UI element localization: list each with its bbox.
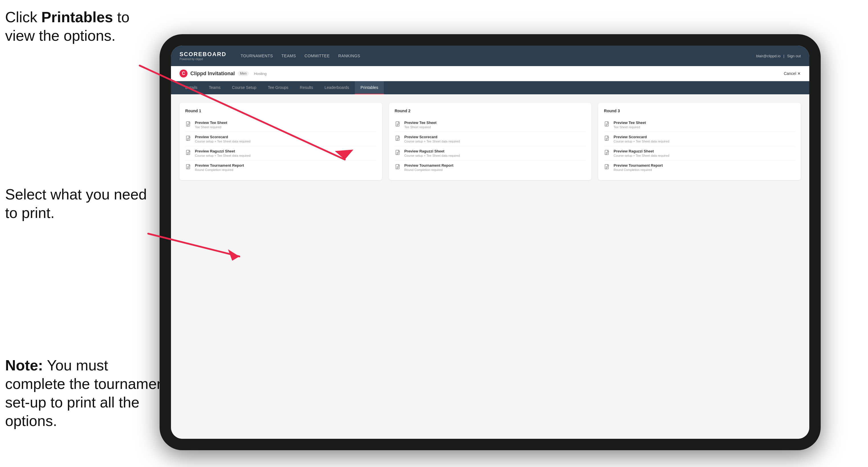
print-item-subtitle-1-2: Course setup + Tee Sheet data required — [195, 139, 250, 143]
print-item-1-1[interactable]: Preview Tee SheetTee Sheet required — [185, 118, 376, 132]
print-item-title-1-2: Preview Scorecard — [195, 135, 250, 139]
print-item-title-1-4: Preview Tournament Report — [195, 163, 244, 167]
document-icon — [604, 150, 611, 156]
print-item-title-2-3: Preview Raguzzi Sheet — [404, 149, 460, 153]
cancel-button[interactable]: Cancel ✕ — [784, 71, 801, 76]
nav-signout[interactable]: Sign out — [787, 54, 801, 58]
round-title-2: Round 2 — [395, 108, 586, 113]
print-item-subtitle-2-3: Course setup + Tee Sheet data required — [404, 154, 460, 157]
instruction-bottom: Note: You must complete the tournament s… — [5, 356, 170, 430]
print-item-content-1-2: Preview ScorecardCourse setup + Tee Shee… — [195, 135, 250, 143]
print-item-subtitle-3-2: Course setup + Tee Sheet data required — [614, 139, 669, 143]
print-item-2-4[interactable]: Preview Tournament ReportRound Completio… — [395, 160, 586, 175]
print-item-content-2-4: Preview Tournament ReportRound Completio… — [404, 163, 454, 172]
print-item-title-2-4: Preview Tournament Report — [404, 163, 454, 167]
brand-powered: Powered by clippd — [180, 58, 226, 61]
print-item-title-1-1: Preview Tee Sheet — [195, 121, 227, 125]
print-item-content-3-3: Preview Raguzzi SheetCourse setup + Tee … — [614, 149, 669, 157]
app-nav-links: TOURNAMENTS TEAMS COMMITTEE RANKINGS — [241, 52, 756, 60]
print-item-1-3[interactable]: Preview Raguzzi SheetCourse setup + Tee … — [185, 146, 376, 160]
tablet-screen: SCOREBOARD Powered by clippd TOURNAMENTS… — [171, 45, 809, 439]
print-item-3-4[interactable]: Preview Tournament ReportRound Completio… — [604, 160, 795, 175]
document-icon — [395, 135, 402, 142]
document-icon — [395, 121, 402, 128]
round-column-1: Round 1 Preview Tee SheetTee Sheet requi… — [180, 103, 382, 180]
document-icon — [395, 164, 402, 171]
print-item-title-1-3: Preview Raguzzi Sheet — [195, 149, 250, 153]
tournament-status: Hosting — [254, 71, 267, 76]
tournament-header: C Clippd Invitational Men Hosting Cancel… — [171, 66, 809, 81]
cancel-label: Cancel — [784, 71, 796, 76]
app-nav: SCOREBOARD Powered by clippd TOURNAMENTS… — [171, 45, 809, 66]
app-nav-brand: SCOREBOARD Powered by clippd — [180, 51, 226, 61]
tab-tee-groups[interactable]: Tee Groups — [262, 81, 294, 94]
print-item-title-3-2: Preview Scorecard — [614, 135, 669, 139]
print-item-title-2-1: Preview Tee Sheet — [404, 121, 437, 125]
print-item-subtitle-3-3: Course setup + Tee Sheet data required — [614, 154, 669, 157]
document-icon — [604, 164, 611, 171]
nav-rankings[interactable]: RANKINGS — [338, 52, 360, 60]
tab-printables[interactable]: Printables — [355, 81, 384, 94]
app-nav-right: blair@clippd.io | Sign out — [756, 54, 801, 58]
tournament-title: C Clippd Invitational Men Hosting — [180, 69, 267, 77]
print-item-3-3[interactable]: Preview Raguzzi SheetCourse setup + Tee … — [604, 146, 795, 160]
instruction-top: Click Printables to view the options. — [5, 8, 153, 45]
print-item-3-1[interactable]: Preview Tee SheetTee Sheet required — [604, 118, 795, 132]
printables-bold: Printables — [41, 9, 113, 25]
print-item-title-2-2: Preview Scorecard — [404, 135, 460, 139]
print-item-content-2-1: Preview Tee SheetTee Sheet required — [404, 121, 437, 129]
tablet-frame: SCOREBOARD Powered by clippd TOURNAMENTS… — [160, 34, 821, 450]
print-item-subtitle-2-1: Tee Sheet required — [404, 125, 437, 129]
document-icon — [604, 121, 611, 128]
document-icon — [604, 135, 611, 142]
content-area: Round 1 Preview Tee SheetTee Sheet requi… — [171, 94, 809, 439]
nav-separator: | — [783, 54, 784, 58]
print-item-subtitle-3-1: Tee Sheet required — [614, 125, 646, 129]
rounds-grid: Round 1 Preview Tee SheetTee Sheet requi… — [180, 103, 801, 180]
print-item-content-1-1: Preview Tee SheetTee Sheet required — [195, 121, 227, 129]
print-item-subtitle-2-4: Round Completion required — [404, 168, 454, 172]
round-title-1: Round 1 — [185, 108, 376, 113]
print-item-subtitle-1-1: Tee Sheet required — [195, 125, 227, 129]
tournament-name: Clippd Invitational — [190, 71, 235, 76]
tournament-bracket: Men — [238, 71, 249, 76]
print-item-content-1-3: Preview Raguzzi SheetCourse setup + Tee … — [195, 149, 250, 157]
round-title-3: Round 3 — [604, 108, 795, 113]
print-item-title-3-1: Preview Tee Sheet — [614, 121, 646, 125]
print-item-content-1-4: Preview Tournament ReportRound Completio… — [195, 163, 244, 172]
cancel-x-icon: ✕ — [797, 71, 801, 76]
print-item-subtitle-1-3: Course setup + Tee Sheet data required — [195, 154, 250, 157]
print-item-2-3[interactable]: Preview Raguzzi SheetCourse setup + Tee … — [395, 146, 586, 160]
tab-details[interactable]: Details — [180, 81, 203, 94]
print-item-subtitle-2-2: Course setup + Tee Sheet data required — [404, 139, 460, 143]
document-icon — [185, 150, 192, 156]
round-column-3: Round 3 Preview Tee SheetTee Sheet requi… — [598, 103, 801, 180]
print-item-2-1[interactable]: Preview Tee SheetTee Sheet required — [395, 118, 586, 132]
sub-tabs: Details Teams Course Setup Tee Groups Re… — [171, 81, 809, 94]
document-icon — [185, 121, 192, 128]
tab-course-setup[interactable]: Course Setup — [226, 81, 262, 94]
print-item-2-2[interactable]: Preview ScorecardCourse setup + Tee Shee… — [395, 132, 586, 146]
print-item-content-2-2: Preview ScorecardCourse setup + Tee Shee… — [404, 135, 460, 143]
print-item-content-2-3: Preview Raguzzi SheetCourse setup + Tee … — [404, 149, 460, 157]
print-item-subtitle-1-4: Round Completion required — [195, 168, 244, 172]
nav-committee[interactable]: COMMITTEE — [305, 52, 330, 60]
nav-user-email: blair@clippd.io — [756, 54, 780, 58]
note-bold: Note: — [5, 357, 43, 374]
tournament-logo: C — [180, 69, 187, 77]
tab-results[interactable]: Results — [294, 81, 319, 94]
document-icon — [185, 135, 192, 142]
print-item-content-3-1: Preview Tee SheetTee Sheet required — [614, 121, 646, 129]
print-item-1-4[interactable]: Preview Tournament ReportRound Completio… — [185, 160, 376, 175]
print-item-title-3-4: Preview Tournament Report — [614, 163, 662, 167]
print-item-3-2[interactable]: Preview ScorecardCourse setup + Tee Shee… — [604, 132, 795, 146]
tab-teams[interactable]: Teams — [203, 81, 226, 94]
nav-teams[interactable]: TEAMS — [282, 52, 296, 60]
instruction-mid: Select what you need to print. — [5, 185, 153, 222]
round-column-2: Round 2 Preview Tee SheetTee Sheet requi… — [389, 103, 592, 180]
tab-leaderboards[interactable]: Leaderboards — [319, 81, 355, 94]
print-item-content-3-2: Preview ScorecardCourse setup + Tee Shee… — [614, 135, 669, 143]
document-icon — [185, 164, 192, 171]
print-item-1-2[interactable]: Preview ScorecardCourse setup + Tee Shee… — [185, 132, 376, 146]
nav-tournaments[interactable]: TOURNAMENTS — [241, 52, 273, 60]
